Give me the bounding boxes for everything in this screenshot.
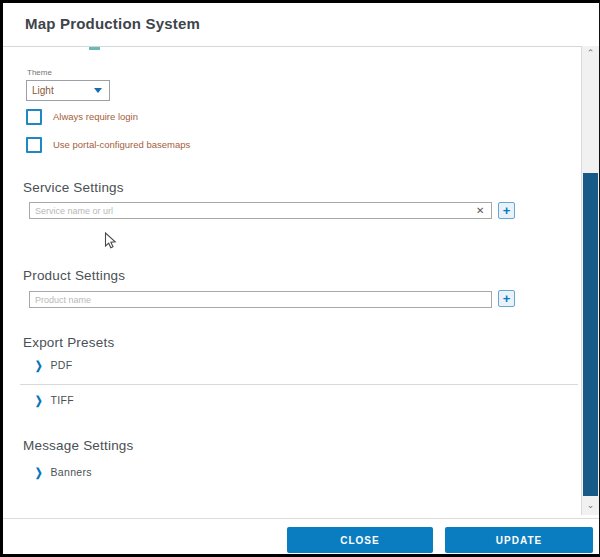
theme-selected-value: Light (32, 85, 54, 96)
add-product-button[interactable]: + (498, 290, 515, 307)
footer-divider (3, 518, 600, 519)
tiff-label: TIFF (51, 394, 74, 406)
add-service-button[interactable]: + (498, 202, 515, 219)
service-name-input[interactable] (29, 202, 492, 219)
always-require-login-checkbox[interactable] (26, 109, 42, 125)
banners-label: Banners (51, 466, 92, 478)
theme-dropdown[interactable]: Light (26, 80, 110, 101)
portal-basemaps-row: Use portal-configured basemaps (26, 137, 190, 153)
theme-label: Theme (27, 68, 52, 77)
export-presets-heading: Export Presets (23, 335, 114, 350)
clear-icon[interactable]: ✕ (476, 206, 484, 216)
banners-row[interactable]: ❯ Banners (35, 466, 92, 478)
chevron-right-icon: ❯ (35, 359, 43, 372)
export-preset-tiff-row[interactable]: ❯ TIFF (35, 394, 74, 406)
preset-divider (20, 384, 578, 385)
update-button[interactable]: UPDATE (445, 527, 593, 553)
scrolled-content-remnant (89, 47, 100, 50)
always-require-login-row: Always require login (26, 109, 138, 125)
chevron-right-icon: ❯ (35, 466, 43, 479)
message-settings-heading: Message Settings (23, 438, 134, 453)
portal-basemaps-label: Use portal-configured basemaps (53, 137, 190, 150)
portal-basemaps-checkbox[interactable] (26, 137, 42, 153)
product-name-input[interactable] (29, 291, 492, 308)
service-settings-heading: Service Settings (23, 180, 124, 195)
caret-down-icon (94, 88, 102, 93)
product-settings-heading: Product Settings (23, 268, 125, 283)
page-title: Map Production System (25, 15, 200, 32)
map-production-dialog: Map Production System Theme Light Always… (0, 0, 600, 557)
close-button[interactable]: CLOSE (287, 527, 433, 553)
pdf-label: PDF (51, 359, 73, 371)
scroll-up-icon[interactable]: ⌃ (582, 46, 599, 60)
chevron-right-icon: ❯ (35, 394, 43, 407)
always-require-login-label: Always require login (53, 109, 138, 122)
export-preset-pdf-row[interactable]: ❯ PDF (35, 359, 72, 371)
mouse-cursor (104, 232, 117, 250)
scroll-down-icon[interactable]: ⌄ (582, 501, 599, 515)
scrollbar-thumb[interactable] (583, 173, 598, 496)
vertical-scrollbar[interactable]: ⌃ ⌄ (581, 46, 599, 515)
